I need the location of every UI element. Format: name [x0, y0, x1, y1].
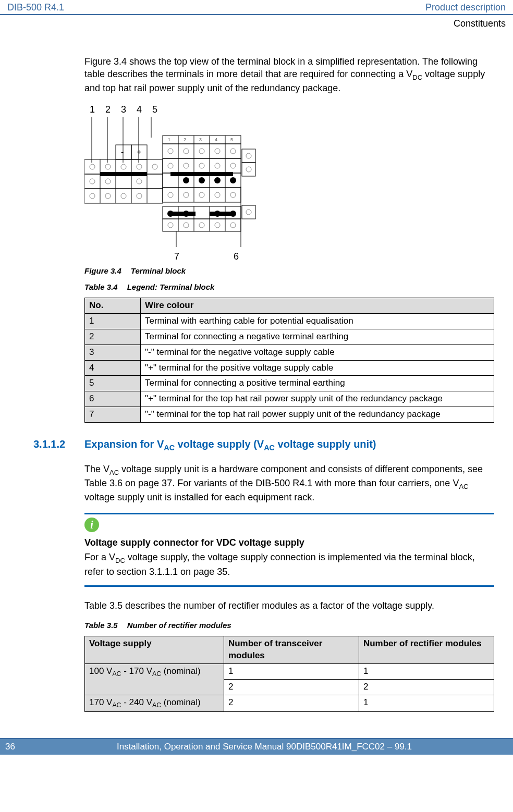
svg-point-65 [246, 167, 251, 172]
svg-point-57 [183, 177, 189, 183]
svg-rect-61 [242, 149, 255, 163]
svg-rect-7 [84, 189, 163, 203]
svg-point-21 [137, 179, 142, 184]
svg-point-82 [215, 223, 220, 228]
svg-point-41 [184, 149, 189, 154]
svg-point-83 [230, 223, 236, 228]
svg-point-48 [215, 163, 220, 168]
figure-3-4-caption: Figure 3.4Terminal block [84, 266, 494, 276]
svg-point-49 [230, 163, 236, 168]
svg-point-60 [230, 177, 236, 183]
cell-170-240: 170 VAC - 240 VAC (nominal) [85, 695, 224, 712]
section-3-1-1-2-p1: The VAC voltage supply unit is a hardwar… [84, 463, 494, 503]
page-footer: 36 Installation, Operation and Service M… [0, 738, 513, 755]
svg-rect-27 [163, 144, 241, 158]
svg-point-43 [215, 149, 220, 154]
table-3-5-caption: Table 3.5Number of rectifier modules [84, 620, 494, 631]
terminal-block-diagram: 1 2 3 4 5 [84, 103, 494, 263]
intro-paragraph: Figure 3.4 shows the top view of the ter… [84, 55, 494, 95]
svg-point-14 [90, 164, 95, 169]
svg-point-23 [105, 193, 111, 199]
svg-point-66 [246, 210, 251, 215]
svg-point-50 [168, 192, 173, 198]
svg-point-15 [105, 164, 111, 169]
svg-point-79 [168, 223, 173, 228]
svg-point-22 [90, 193, 95, 199]
svg-rect-30 [163, 188, 241, 202]
section-breadcrumb: Constituents [0, 15, 513, 29]
th-wire: Wire colour [141, 298, 494, 313]
page-content: Figure 3.4 shows the top view of the ter… [0, 55, 513, 712]
svg-point-78 [230, 211, 236, 217]
svg-point-80 [184, 223, 189, 228]
svg-text:2: 2 [184, 137, 186, 142]
info-paragraph: For a VDC voltage supply, the voltage su… [84, 551, 494, 577]
svg-text:3: 3 [199, 137, 202, 142]
svg-point-25 [137, 193, 142, 199]
th-rectifier: Number of rectifier modules [359, 636, 494, 664]
table-3-4: No. Wire colour 1Terminal with earthing … [84, 298, 494, 423]
page-header-bar: DIB-500 R4.1 Product description [0, 0, 513, 15]
th-transceiver: Number of transceiver modules [224, 636, 359, 664]
page-number: 36 [0, 741, 23, 753]
plus-label: + [137, 147, 141, 156]
svg-point-77 [214, 211, 221, 217]
svg-rect-5 [84, 159, 163, 174]
footer-text: Installation, Operation and Service Manu… [23, 742, 506, 752]
svg-rect-63 [242, 205, 255, 219]
svg-point-53 [215, 192, 220, 198]
svg-point-76 [183, 211, 189, 217]
table-3-4-caption: Table 3.4Legend: Terminal block [84, 282, 494, 292]
svg-point-42 [199, 149, 204, 154]
svg-point-54 [230, 192, 236, 198]
svg-rect-62 [242, 163, 255, 176]
svg-rect-68 [163, 219, 241, 231]
table-3-5-intro: Table 3.5 describes the number of rectif… [84, 599, 494, 612]
svg-rect-6 [84, 174, 163, 189]
svg-point-24 [121, 193, 126, 199]
svg-point-40 [168, 149, 173, 154]
svg-text:4: 4 [215, 137, 217, 142]
doc-code: DIB-500 R4.1 [7, 2, 64, 13]
cell-100-170: 100 VAC - 170 VAC (nominal) [85, 664, 224, 695]
svg-point-18 [152, 164, 157, 169]
svg-point-44 [230, 149, 236, 154]
svg-text:1: 1 [168, 137, 170, 142]
svg-rect-56 [170, 172, 233, 176]
svg-point-46 [184, 163, 189, 168]
svg-point-47 [199, 163, 204, 168]
info-box-bottom-rule [84, 585, 494, 587]
svg-point-58 [199, 177, 205, 183]
svg-point-81 [199, 223, 204, 228]
th-voltage: Voltage supply [85, 636, 224, 664]
svg-point-52 [199, 192, 204, 198]
svg-rect-55 [100, 172, 147, 176]
svg-point-59 [214, 177, 221, 183]
section-3-1-1-2-heading: 3.1.1.2 Expansion for VAC voltage supply… [33, 437, 494, 453]
th-no: No. [85, 298, 141, 313]
diagram-top-labels: 1 2 3 4 5 [84, 103, 494, 116]
minus-label: - [121, 147, 124, 156]
svg-point-64 [246, 153, 251, 158]
svg-rect-28 [163, 158, 241, 173]
terminal-block-svg: - + 12345 [84, 117, 267, 247]
svg-point-51 [184, 192, 189, 198]
svg-text:5: 5 [230, 137, 233, 142]
svg-point-45 [168, 163, 173, 168]
svg-point-17 [137, 164, 142, 169]
svg-point-20 [105, 179, 111, 184]
svg-point-19 [90, 179, 95, 184]
svg-point-75 [167, 211, 174, 217]
info-box-top-rule [84, 513, 494, 514]
svg-point-16 [121, 164, 126, 169]
table-3-5: Voltage supply Number of transceiver mod… [84, 636, 494, 712]
info-icon: i [84, 518, 99, 532]
chapter-title: Product description [425, 2, 506, 13]
info-title: Voltage supply connector for VDC voltage… [84, 536, 494, 549]
diagram-bottom-labels: 7 6 [84, 250, 494, 263]
